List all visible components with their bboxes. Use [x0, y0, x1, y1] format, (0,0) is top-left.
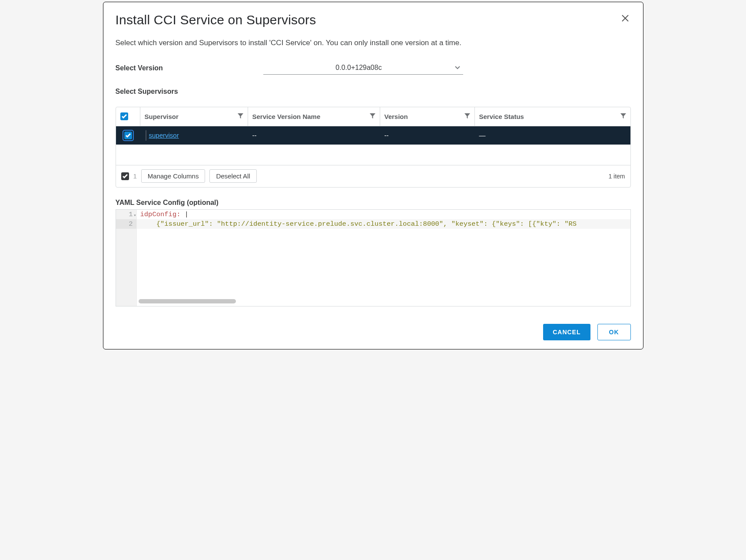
filter-icon[interactable] [370, 113, 375, 120]
row-checkbox-cell [116, 126, 140, 145]
filter-icon[interactable] [464, 113, 470, 120]
version-label: Select Version [116, 64, 263, 72]
row-version: -- [380, 126, 475, 145]
item-count: 1 item [608, 173, 625, 180]
yaml-fill [116, 229, 630, 306]
version-select[interactable]: 0.0.0+129a08c [263, 62, 463, 75]
yaml-content: {"issuer_url": "http://identity-service.… [156, 220, 577, 228]
header-version-label: Version [385, 113, 408, 120]
install-dialog: Install CCI Service on Supervisors Selec… [103, 2, 643, 349]
selected-count: 1 [133, 172, 137, 180]
selection-indicator-checkbox[interactable] [121, 172, 129, 180]
table-footer: 1 Manage Columns Deselect All 1 item [116, 165, 630, 187]
yaml-indent [140, 220, 156, 228]
row-checkbox-focus-ring [123, 130, 134, 141]
yaml-gutter-2: 2 [116, 219, 137, 229]
dialog-header: Install CCI Service on Supervisors [116, 13, 631, 27]
yaml-line-1: 1 ▾ idpConfig: | [116, 210, 630, 219]
header-checkbox-cell [116, 107, 140, 126]
row-checkbox[interactable] [124, 132, 132, 139]
dialog-footer: CANCEL OK [116, 324, 631, 340]
header-version[interactable]: Version [380, 107, 475, 126]
yaml-code-1: idpConfig: | [137, 210, 630, 219]
yaml-config-label: YAML Service Config (optional) [116, 199, 631, 207]
yaml-line-number: 2 [129, 220, 133, 228]
supervisors-label: Select Supervisors [116, 88, 631, 96]
version-row: Select Version 0.0.0+129a08c [116, 62, 631, 75]
close-button[interactable] [620, 13, 631, 26]
yaml-tail: | [181, 211, 189, 218]
yaml-gutter-1: 1 ▾ [116, 210, 137, 219]
ok-button[interactable]: OK [597, 324, 631, 340]
row-supervisor: supervisor [140, 126, 248, 145]
row-service-status: — [475, 126, 630, 145]
yaml-editor[interactable]: 1 ▾ idpConfig: | 2 {"issuer_url": "http:… [116, 209, 631, 306]
yaml-lines: 1 ▾ idpConfig: | 2 {"issuer_url": "http:… [116, 210, 630, 229]
header-service-version-name[interactable]: Service Version Name [248, 107, 380, 126]
table-footer-left: 1 Manage Columns Deselect All [121, 169, 257, 183]
yaml-line-number: 1 [129, 211, 133, 218]
manage-columns-button[interactable]: Manage Columns [141, 169, 206, 183]
table-blank-area [116, 145, 630, 165]
dialog-description: Select which version and Supervisors to … [116, 38, 631, 48]
header-service-status[interactable]: Service Status [475, 107, 630, 126]
deselect-all-button[interactable]: Deselect All [209, 169, 256, 183]
yaml-horizontal-scrollbar[interactable] [139, 299, 236, 303]
supervisors-table: Supervisor Service Version Name Version … [116, 107, 631, 188]
close-icon [621, 13, 629, 24]
table-row[interactable]: supervisor -- -- — [116, 126, 630, 145]
table-header: Supervisor Service Version Name Version … [116, 107, 630, 126]
yaml-gutter-fill [116, 229, 137, 306]
yaml-code-2: {"issuer_url": "http://identity-service.… [137, 219, 630, 229]
header-supervisor[interactable]: Supervisor [140, 107, 248, 126]
yaml-line-2: 2 {"issuer_url": "http://identity-servic… [116, 219, 630, 229]
dialog-title: Install CCI Service on Supervisors [116, 13, 316, 27]
supervisor-link[interactable]: supervisor [146, 130, 179, 141]
header-status-label: Service Status [479, 113, 524, 120]
row-service-version-name: -- [248, 126, 380, 145]
filter-icon[interactable] [620, 113, 626, 120]
cancel-button[interactable]: CANCEL [543, 324, 590, 340]
select-all-checkbox[interactable] [120, 112, 128, 120]
yaml-key: idpConfig: [140, 211, 181, 218]
filter-icon[interactable] [238, 113, 243, 120]
header-supervisor-label: Supervisor [145, 113, 179, 120]
header-svn-label: Service Version Name [252, 113, 321, 120]
version-select-value: 0.0.0+129a08c [263, 62, 463, 75]
